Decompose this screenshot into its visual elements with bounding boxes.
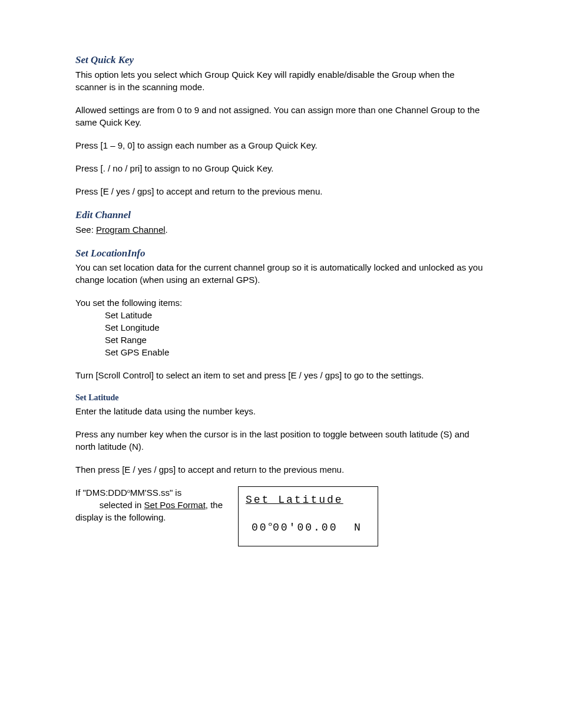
degree-icon: º: [268, 522, 273, 531]
heading-set-quick-key: Set Quick Key: [75, 53, 487, 67]
link-program-channel[interactable]: Program Channel: [96, 225, 166, 235]
heading-edit-channel: Edit Channel: [75, 208, 487, 222]
list-item: Set Latitude: [75, 309, 487, 321]
heading-set-location-info: Set LocationInfo: [75, 246, 487, 261]
text: display is the following.: [75, 512, 166, 522]
lcd-seconds: 00.00: [297, 522, 338, 533]
paragraph: Then press [E / yes / gps] to accept and…: [75, 463, 487, 476]
lcd-hemisphere: N: [354, 522, 362, 533]
lcd-degrees: 00: [252, 522, 268, 533]
paragraph: Press [1 – 9, 0] to assign each number a…: [75, 139, 487, 151]
paragraph: This option lets you select which Group …: [75, 68, 487, 93]
paragraph: See: Program Channel.: [75, 223, 487, 236]
link-set-pos-format[interactable]: Set Pos Format: [144, 500, 206, 510]
paragraph: Enter the latitude data using the number…: [75, 405, 487, 417]
list-item: Set Longitude: [75, 321, 487, 334]
lcd-value: 00º00'00.00 N: [246, 521, 371, 535]
list-item: Set GPS Enable: [75, 346, 487, 358]
dms-format-row: Set Latitude 00º00'00.00 N If "DMS:DDDoM…: [75, 486, 487, 546]
lcd-minutes: 00': [273, 522, 297, 533]
text: If "DMS:DDD: [75, 487, 127, 498]
location-items-list: You set the following items: Set Latitud…: [75, 297, 487, 358]
list-item: Set Range: [75, 334, 487, 346]
text: , the: [206, 500, 223, 510]
lcd-title: Set Latitude: [246, 493, 371, 508]
paragraph: Allowed settings are from 0 to 9 and not…: [75, 104, 487, 129]
paragraph: Press [E / yes / gps] to accept and retu…: [75, 185, 487, 197]
paragraph: Turn [Scroll Control] to select an item …: [75, 369, 487, 381]
text: See:: [75, 225, 96, 235]
paragraph: Press any number key when the cursor is …: [75, 428, 487, 453]
text: .: [166, 225, 168, 235]
text: selected in: [100, 500, 144, 510]
text: MM'SS.ss" is: [130, 487, 181, 498]
paragraph: You can set location data for the curren…: [75, 261, 487, 286]
lcd-display: Set Latitude 00º00'00.00 N: [238, 486, 378, 546]
degree-icon: o: [127, 488, 130, 494]
text: You set the following items:: [75, 297, 487, 309]
heading-set-latitude: Set Latitude: [75, 392, 487, 404]
paragraph: Press [. / no / pri] to assign to no Gro…: [75, 162, 487, 174]
